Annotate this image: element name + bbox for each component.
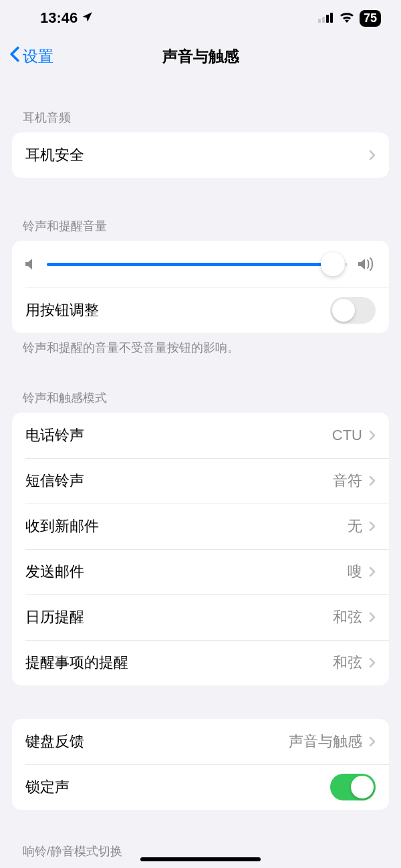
- section-header-patterns: 铃声和触感模式: [0, 390, 401, 413]
- chevron-right-icon: [369, 475, 376, 486]
- toggle-button-adjust[interactable]: [330, 297, 376, 324]
- home-indicator[interactable]: [140, 857, 261, 861]
- cellular-icon: [318, 9, 334, 27]
- row-value: 声音与触感: [289, 732, 362, 752]
- back-label: 设置: [23, 46, 53, 67]
- content: 耳机音频 耳机安全 铃声和提醒音量 用按钮调整: [0, 76, 401, 866]
- svg-rect-2: [326, 15, 329, 23]
- status-time-area: 13:46: [40, 9, 94, 27]
- wifi-icon: [340, 9, 354, 27]
- row-label: 发送邮件: [25, 562, 348, 582]
- svg-rect-3: [330, 13, 333, 23]
- row-value: 音符: [333, 471, 362, 491]
- row-label: 日历提醒: [25, 607, 333, 627]
- slider-thumb[interactable]: [321, 252, 345, 276]
- row-pattern-item[interactable]: 发送邮件嗖: [12, 549, 389, 594]
- battery-indicator: 75: [360, 10, 381, 27]
- chevron-right-icon: [369, 736, 376, 747]
- chevron-right-icon: [369, 521, 376, 532]
- chevron-right-icon: [369, 612, 376, 623]
- status-bar: 13:46 75: [0, 0, 401, 36]
- row-keyboard-feedback[interactable]: 键盘反馈 声音与触感: [12, 719, 389, 764]
- battery-level: 75: [364, 11, 377, 25]
- back-button[interactable]: 设置: [9, 46, 53, 67]
- group-headphone: 耳机安全: [12, 132, 389, 178]
- location-icon: [82, 9, 94, 27]
- section-header-volume: 铃声和提醒音量: [0, 218, 401, 241]
- row-pattern-item[interactable]: 提醒事项的提醒和弦: [12, 640, 389, 685]
- chevron-right-icon: [369, 150, 376, 160]
- row-label: 收到新邮件: [25, 516, 348, 536]
- section-header-headphone: 耳机音频: [0, 110, 401, 132]
- group-keyboard: 键盘反馈 声音与触感 锁定声: [12, 719, 389, 810]
- row-lock-sound: 锁定声: [12, 764, 389, 810]
- status-time: 13:46: [40, 9, 78, 27]
- row-value: 和弦: [333, 653, 362, 673]
- row-label: 用按钮调整: [25, 300, 330, 320]
- volume-high-icon: [358, 257, 376, 271]
- volume-slider[interactable]: [47, 263, 348, 266]
- chevron-right-icon: [369, 566, 376, 577]
- volume-low-icon: [25, 257, 36, 271]
- row-pattern-item[interactable]: 收到新邮件无: [12, 504, 389, 549]
- row-value: CTU: [332, 427, 362, 444]
- chevron-left-icon: [9, 46, 20, 66]
- svg-rect-1: [322, 17, 325, 23]
- toggle-lock-sound[interactable]: [330, 774, 376, 800]
- row-pattern-item[interactable]: 电话铃声CTU: [12, 413, 389, 458]
- section-footer-volume: 铃声和提醒的音量不受音量按钮的影响。: [0, 333, 401, 356]
- row-pattern-item[interactable]: 短信铃声音符: [12, 458, 389, 504]
- chevron-right-icon: [369, 430, 376, 441]
- group-volume: 用按钮调整: [12, 241, 389, 333]
- row-pattern-item[interactable]: 日历提醒和弦: [12, 594, 389, 640]
- row-label: 耳机安全: [25, 145, 369, 165]
- row-button-adjust: 用按钮调整: [12, 288, 389, 333]
- row-headphone-safety[interactable]: 耳机安全: [12, 132, 389, 178]
- group-patterns: 电话铃声CTU短信铃声音符收到新邮件无发送邮件嗖日历提醒和弦提醒事项的提醒和弦: [12, 413, 389, 685]
- svg-rect-0: [318, 19, 321, 23]
- section-header-silent: 响铃/静音模式切换: [0, 843, 401, 866]
- row-label: 提醒事项的提醒: [25, 653, 333, 673]
- row-value: 无: [348, 516, 362, 536]
- row-value: 和弦: [333, 607, 362, 627]
- status-right: 75: [318, 9, 381, 27]
- chevron-right-icon: [369, 657, 376, 668]
- row-volume-slider: [12, 241, 389, 288]
- row-label: 锁定声: [25, 777, 330, 797]
- row-label: 短信铃声: [25, 471, 333, 491]
- row-label: 电话铃声: [25, 425, 332, 445]
- nav-bar: 设置 声音与触感: [0, 36, 401, 76]
- row-value: 嗖: [348, 562, 362, 582]
- row-label: 键盘反馈: [25, 732, 289, 752]
- page-title: 声音与触感: [162, 46, 239, 67]
